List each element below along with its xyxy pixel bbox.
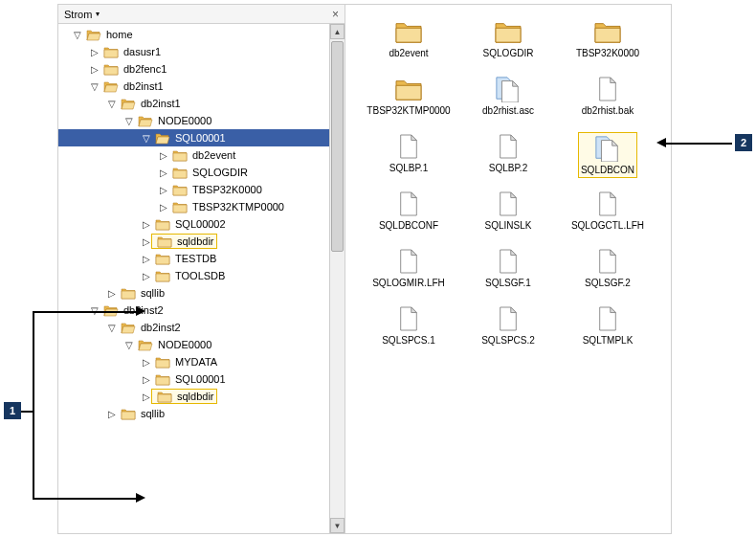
scroll-down-icon[interactable]: ▼ [330,518,345,533]
arrow-collapsed-icon[interactable]: ▷ [141,357,152,368]
tree-item[interactable]: ▷sqldbdir [58,388,345,405]
tree-item[interactable]: ▽NODE0000 [58,112,345,129]
tree-item-label: NODE0000 [156,339,211,350]
file-item[interactable]: SQLSGF.2 [558,244,657,302]
tree-item-label: home [104,29,133,40]
arrow-collapsed-icon[interactable]: ▷ [106,288,118,299]
arrow-collapsed-icon[interactable]: ▷ [141,219,152,230]
tree-item-label: db2fenc1 [122,63,167,75]
file-item-label: db2rhist.asc [482,105,534,116]
file-icon [494,190,523,217]
tree-item[interactable]: ▷TESTDB [58,250,345,267]
tree-item[interactable]: ▷dasusr1 [58,43,345,60]
file-item[interactable]: db2rhist.asc [458,72,558,129]
file-item[interactable]: db2event [359,14,458,72]
arrow-expanded-icon[interactable]: ▽ [106,99,118,109]
tree-item[interactable]: ▽db2inst2 [58,302,345,319]
file-item-label: SQLSPCS.2 [481,335,535,346]
arrow-expanded-icon[interactable]: ▽ [141,133,152,144]
arrow-collapsed-icon[interactable]: ▷ [89,47,100,57]
tree-item[interactable]: ▷TOOLSDB [58,267,345,284]
tree-item[interactable]: ▷sqllib [58,405,345,422]
tree-item[interactable]: ▽NODE0000 [58,336,345,353]
tree-item[interactable]: ▷SQL00002 [58,215,345,233]
tree-item[interactable]: ▷SQLOGDIR [58,164,345,181]
file-item-label: SQLBP.2 [489,163,527,173]
file-item[interactable]: SQLDBCONF [359,187,458,244]
tree-item[interactable]: ▽home [58,26,345,43]
callout-line [33,311,34,498]
file-item[interactable]: SQLOGCTL.LFH [558,187,657,244]
file-item[interactable]: SQLINSLK [458,187,558,244]
tree-item[interactable]: ▷sqldbdir [58,233,345,250]
tree-item[interactable]: ▷TBSP32K0000 [58,181,345,198]
tree-item-label: sqllib [139,408,165,419]
tree-item[interactable]: ▷TBSP32KTMP0000 [58,198,345,215]
tree-item-label: dasusr1 [122,46,161,57]
tree-panel: Strom ▾ × ▽home▷dasusr1▷db2fenc1▽db2inst… [58,5,345,533]
file-item[interactable]: TBSP32KTMP0000 [359,72,458,129]
arrow-collapsed-icon[interactable]: ▷ [141,374,152,385]
file-item[interactable]: SQLBP.2 [458,129,558,187]
folder-icon [155,131,170,145]
file-item[interactable]: TBSP32K0000 [558,14,657,72]
file-item[interactable]: SQLDBCON [558,129,657,187]
scroll-thumb[interactable] [331,41,344,252]
tree-item[interactable]: ▽db2inst2 [58,319,345,336]
tree-item[interactable]: ▽db2inst1 [58,95,345,112]
tree-item-label: SQL00001 [173,373,226,385]
file-item-label: SQLSPCS.1 [382,335,435,346]
tree-item-label: TESTDB [173,253,216,264]
arrow-expanded-icon[interactable]: ▽ [89,305,100,316]
folder-icon [86,28,101,41]
arrow-collapsed-icon[interactable]: ▷ [158,150,169,161]
arrow-collapsed-icon[interactable]: ▷ [141,236,152,247]
arrow-collapsed-icon[interactable]: ▷ [158,185,169,195]
dropdown-icon[interactable]: ▾ [96,10,100,18]
file-item[interactable]: SQLSPCS.2 [458,302,558,359]
file-item[interactable]: SQLSPCS.1 [359,302,458,359]
file-item-label: db2event [389,48,428,58]
arrow-expanded-icon[interactable]: ▽ [89,81,100,92]
arrow-collapsed-icon[interactable]: ▷ [141,254,152,264]
tree-item-label: TBSP32K0000 [190,184,262,195]
file-item-label: SQLDBCONF [379,220,438,231]
tree-item[interactable]: ▷db2fenc1 [58,60,345,78]
tree-item[interactable]: ▷db2event [58,146,345,164]
file-icon [593,190,622,217]
tree-item[interactable]: ▽SQL00001 [58,129,345,146]
file-item[interactable]: db2rhist.bak [558,72,657,129]
file-item[interactable]: SQLOGMIR.LFH [359,244,458,302]
arrow-collapsed-icon[interactable]: ▷ [106,409,118,419]
folder-icon [172,148,188,162]
arrow-collapsed-icon[interactable]: ▷ [158,168,169,178]
file-item[interactable]: SQLBP.1 [359,129,458,187]
file-item-label: SQLOGMIR.LFH [372,278,445,288]
file-icon [494,133,523,160]
file-item[interactable]: SQLSGF.1 [458,244,558,302]
arrow-collapsed-icon[interactable]: ▷ [89,64,100,75]
tree-item[interactable]: ▷SQL00001 [58,370,345,388]
file-icon [593,248,622,275]
file-icon [494,305,523,332]
file-item[interactable]: SQLOGDIR [458,14,558,72]
tree-item[interactable]: ▽db2inst1 [58,78,345,95]
arrow-expanded-icon[interactable]: ▽ [72,30,83,40]
callout-line [665,143,732,145]
arrow-collapsed-icon[interactable]: ▷ [141,392,152,402]
arrow-collapsed-icon[interactable]: ▷ [141,271,152,281]
arrow-expanded-icon[interactable]: ▽ [106,323,118,333]
arrow-collapsed-icon[interactable]: ▷ [158,202,169,213]
folder-icon [155,355,170,369]
folder-tree: ▽home▷dasusr1▷db2fenc1▽db2inst1▽db2inst1… [58,24,345,424]
tree-item[interactable]: ▷MYDATA [58,353,345,370]
scroll-up-icon[interactable]: ▲ [330,24,345,39]
tree-item[interactable]: ▷sqllib [58,284,345,302]
file-item[interactable]: SQLTMPLK [558,302,657,359]
folder-icon [138,338,153,351]
arrow-expanded-icon[interactable]: ▽ [123,340,135,350]
close-icon[interactable]: × [332,8,339,21]
file-item-label: db2rhist.bak [582,105,634,116]
scrollbar[interactable]: ▲ ▼ [329,24,345,533]
arrow-expanded-icon[interactable]: ▽ [123,116,135,126]
